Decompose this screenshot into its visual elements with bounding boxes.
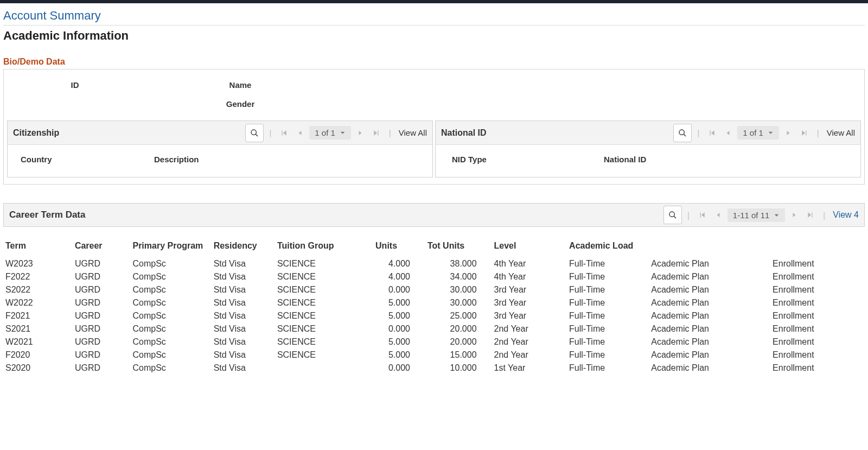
units-cell: 0.000 — [373, 322, 425, 335]
svg-point-4 — [669, 212, 674, 217]
first-page-icon — [708, 129, 716, 137]
academic-plan-link[interactable]: Academic Plan — [639, 283, 761, 296]
national-id-grid: National ID | — [435, 121, 861, 178]
enrollment-link[interactable]: Enrollment — [761, 348, 865, 362]
program-cell: CompSc — [130, 309, 211, 322]
chevron-down-icon — [340, 130, 346, 136]
prev-page-button[interactable] — [293, 125, 307, 141]
search-icon — [678, 129, 687, 137]
tot-units-column-header: Tot Units — [425, 238, 492, 257]
program-cell: CompSc — [130, 296, 211, 309]
search-button[interactable] — [663, 206, 682, 224]
search-button[interactable] — [673, 124, 692, 142]
academic-plan-link[interactable]: Academic Plan — [639, 270, 761, 283]
academic-plan-link[interactable]: Academic Plan — [639, 362, 761, 375]
level-cell: 3rd Year — [492, 283, 567, 296]
residency-cell: Std Visa — [212, 348, 275, 362]
academic-plan-link[interactable]: Academic Plan — [639, 322, 761, 335]
tuition-group-cell: SCIENCE — [275, 257, 373, 270]
residency-cell: Std Visa — [212, 309, 275, 322]
bio-demo-heading: Bio/Demo Data — [3, 57, 865, 67]
enrollment-link[interactable]: Enrollment — [761, 283, 865, 296]
load-cell: Full-Time — [567, 335, 639, 348]
view-all-link[interactable]: View All — [397, 128, 427, 137]
tuition-group-cell: SCIENCE — [275, 309, 373, 322]
enrollment-link[interactable]: Enrollment — [761, 257, 865, 270]
program-cell: CompSc — [130, 270, 211, 283]
tot-units-cell: 10.000 — [425, 362, 492, 375]
units-cell: 0.000 — [373, 283, 425, 296]
term-cell: S2022 — [3, 283, 73, 296]
residency-cell: Std Visa — [212, 257, 275, 270]
prev-page-button[interactable] — [711, 207, 725, 223]
pager-dropdown[interactable]: 1-11 of 11 — [727, 208, 786, 222]
enrollment-link[interactable]: Enrollment — [761, 322, 865, 335]
table-row: S2021UGRDCompScStd VisaSCIENCE0.00020.00… — [3, 322, 865, 335]
next-page-button[interactable] — [353, 125, 367, 141]
enrollment-link[interactable]: Enrollment — [761, 296, 865, 309]
load-cell: Full-Time — [567, 257, 639, 270]
separator: | — [820, 211, 828, 220]
tot-units-cell: 15.000 — [425, 348, 492, 362]
separator: | — [684, 211, 693, 220]
academic-plan-link[interactable]: Academic Plan — [639, 257, 761, 270]
prev-page-button[interactable] — [721, 125, 735, 141]
term-cell: F2020 — [3, 348, 73, 362]
enrollment-link[interactable]: Enrollment — [761, 270, 865, 283]
search-button[interactable] — [245, 124, 264, 142]
svg-point-0 — [251, 130, 256, 135]
last-page-button[interactable] — [369, 125, 384, 141]
academic-plan-link[interactable]: Academic Plan — [639, 309, 761, 322]
career-cell: UGRD — [73, 362, 131, 375]
tuition-group-column-header: Tuition Group — [275, 238, 373, 257]
tuition-group-cell: SCIENCE — [275, 296, 373, 309]
program-cell: CompSc — [130, 335, 211, 348]
next-page-button[interactable] — [781, 125, 795, 141]
level-cell: 4th Year — [492, 257, 567, 270]
pager-dropdown[interactable]: 1 of 1 — [737, 126, 779, 140]
enrollment-link[interactable]: Enrollment — [761, 362, 865, 375]
separator: | — [694, 128, 703, 137]
academic-plan-link[interactable]: Academic Plan — [639, 335, 761, 348]
units-cell: 5.000 — [373, 335, 425, 348]
academic-plan-link[interactable]: Academic Plan — [639, 296, 761, 309]
career-term-section: Career Term Data | 1-11 of 11 — [3, 203, 865, 375]
career-cell: UGRD — [73, 270, 131, 283]
enrollment-link[interactable]: Enrollment — [761, 335, 865, 348]
term-cell: F2022 — [3, 270, 73, 283]
enrollment-link[interactable]: Enrollment — [761, 309, 865, 322]
academic-load-column-header: Academic Load — [567, 238, 639, 257]
tot-units-cell: 34.000 — [425, 270, 492, 283]
first-page-button[interactable] — [705, 125, 719, 141]
view-4-link[interactable]: View 4 — [831, 210, 859, 220]
breadcrumb[interactable]: Account Summary — [3, 7, 101, 24]
search-icon — [668, 211, 677, 219]
level-cell: 1st Year — [492, 362, 567, 375]
last-page-button[interactable] — [803, 207, 818, 223]
chevron-right-icon — [357, 130, 363, 136]
load-cell: Full-Time — [567, 322, 639, 335]
name-label: Name — [143, 80, 338, 90]
load-cell: Full-Time — [567, 362, 639, 375]
level-cell: 3rd Year — [492, 296, 567, 309]
program-cell: CompSc — [130, 362, 211, 375]
last-page-icon — [373, 129, 380, 137]
svg-line-3 — [684, 134, 686, 136]
first-page-button[interactable] — [277, 125, 291, 141]
program-cell: CompSc — [130, 257, 211, 270]
program-cell: CompSc — [130, 283, 211, 296]
next-page-button[interactable] — [787, 207, 801, 223]
units-cell: 0.000 — [373, 362, 425, 375]
last-page-button[interactable] — [797, 125, 812, 141]
program-cell: CompSc — [130, 322, 211, 335]
tot-units-cell: 30.000 — [425, 283, 492, 296]
first-page-button[interactable] — [695, 207, 709, 223]
pager-dropdown[interactable]: 1 of 1 — [309, 126, 351, 140]
academic-plan-link[interactable]: Academic Plan — [639, 348, 761, 362]
primary-program-column-header: Primary Program — [130, 238, 211, 257]
career-cell: UGRD — [73, 257, 131, 270]
level-cell: 3rd Year — [492, 309, 567, 322]
units-cell: 5.000 — [373, 309, 425, 322]
view-all-link[interactable]: View All — [825, 128, 855, 137]
career-cell: UGRD — [73, 348, 131, 362]
